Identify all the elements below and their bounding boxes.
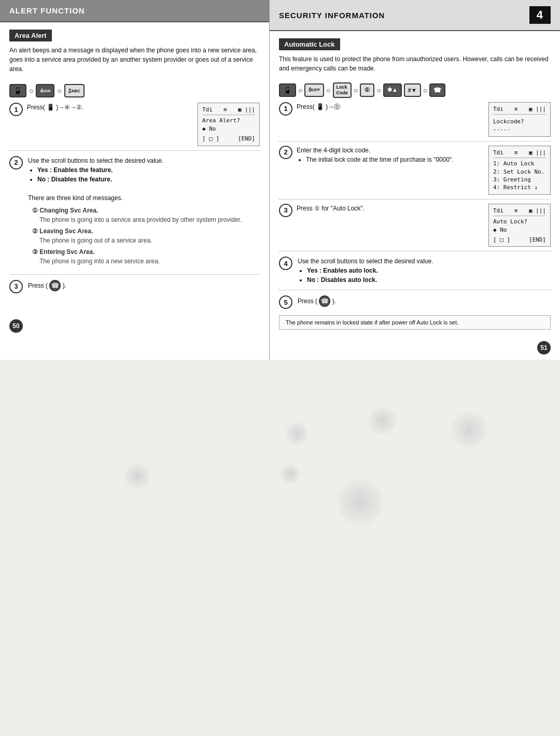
- sec-divider1: [279, 141, 551, 141]
- s2-line1: 1: Auto Lock: [493, 160, 546, 167]
- noise1: [124, 463, 150, 489]
- end-call-icon: ☎: [49, 280, 61, 291]
- s3-line2: ◆ No: [493, 226, 546, 234]
- right-page-num-footer: 51: [537, 341, 551, 355]
- sec-step1-text: Press( 📱 )→⓪: [297, 102, 484, 111]
- left-header: ALERT FUNCTION: [0, 0, 269, 22]
- s2-top-left: Tdi: [493, 149, 503, 157]
- step1-text: Press( 📱 )→④→②.: [27, 103, 193, 112]
- sec-step3-screen: Tdi ≡ ▣ ||| Auto Lock? ◆ No [ □ ] [END]: [488, 204, 551, 247]
- s2-top-right: ▣ |||: [529, 149, 546, 157]
- sec-step3-circle: 3: [279, 204, 292, 217]
- sec-divider2: [279, 199, 551, 200]
- sec-divider3: [279, 251, 551, 251]
- sec-step2-list: The initial lock code at the time of pur…: [306, 155, 484, 164]
- security-key-row: 📱 ○ 0OFF ○ LockCode ○ ① ○ ✱▲ #▼ ○ ☎: [279, 82, 560, 98]
- step1-screen: Tdi ≡ ▣ ||| Area Alert? ◆ No [ □ ] [END]: [198, 103, 260, 146]
- sec-divider4: [279, 290, 551, 290]
- msg1-desc: The phone is going into a service area p…: [39, 215, 264, 224]
- sec-dot2: ○: [326, 86, 330, 94]
- sec-end-call-icon: ☎: [319, 295, 330, 307]
- msg3: ③ Entering Svc Area. The phone is going …: [32, 247, 264, 266]
- step2-list: Yes : Enables the feature. No : Disables…: [37, 165, 264, 184]
- key-4: 4GHI: [36, 84, 54, 97]
- sec-step2-circle: 2: [279, 146, 292, 159]
- messages-intro: There are three kind of messages.: [28, 193, 264, 203]
- sec-step3-text: Press ① for "Auto Lock".: [297, 204, 484, 213]
- area-alert-intro: An alert beeps and a message is displaye…: [0, 46, 269, 79]
- s3-top-right: ▣ |||: [529, 207, 546, 215]
- s2-line2: 2: Set Lock No.: [493, 168, 546, 176]
- step1-left: 1 Press( 📱 )→④→②.: [9, 103, 193, 116]
- noise2: [285, 422, 309, 445]
- message-list: ① Changing Svc Area. The phone is going …: [32, 206, 264, 266]
- step2-text: Use the scroll buttons to select the des…: [28, 157, 163, 164]
- left-section-title: Area Alert: [9, 30, 52, 41]
- s1-line1: Lockcode?: [493, 118, 546, 125]
- sec-step1-circle: 1: [279, 102, 292, 116]
- sec-step5-content: Press ( ☎ ).: [298, 295, 555, 307]
- sec-step4-text: Use the scroll buttons to select the des…: [298, 258, 433, 265]
- sec-step2-note: The initial lock code at the time of pur…: [306, 155, 484, 164]
- screen-btn2: [END]: [238, 135, 255, 143]
- s2-top-mid: ≡: [514, 149, 518, 157]
- msg3-desc: The phone is going into a new service ar…: [39, 257, 264, 266]
- step2-no: No : Disables the feature.: [37, 175, 264, 184]
- divider1: [9, 150, 260, 151]
- msg3-icon: ③ Entering Svc Area.: [32, 248, 95, 256]
- sec-step5: 5 Press ( ☎ ).: [279, 295, 555, 309]
- sec-step4-no: No : Disables auto lock.: [307, 275, 555, 285]
- step3-content: Press ( ☎ ).: [28, 280, 264, 291]
- screen-line2: ◆ No: [202, 125, 255, 133]
- msg1: ① Changing Svc Area. The phone is going …: [32, 206, 264, 224]
- sec-step4-content: Use the scroll buttons to select the des…: [298, 257, 555, 285]
- note-box: The phone remains in locked state if aft…: [279, 315, 551, 330]
- s1-line2: -----: [493, 125, 546, 133]
- sec-dot3: ○: [354, 86, 358, 94]
- sec-step1: 1 Press( 📱 )→⓪ Tdi ≡ ▣ ||| Lockcode? ---…: [279, 102, 551, 137]
- bottom-area: [0, 360, 560, 736]
- screen-line1: Area Alert?: [202, 117, 255, 124]
- step2-content: Use the scroll buttons to select the des…: [28, 156, 264, 269]
- right-panel: SECURITY INFORMATION 4 Automatic Lock Th…: [270, 0, 560, 360]
- left-page-num: 50: [9, 319, 23, 333]
- sec-step2-left: 2 Enter the 4-digit lock code. The initi…: [279, 146, 484, 164]
- sec-dot4: ○: [376, 86, 381, 94]
- sec-key-0: 0OFF: [304, 83, 324, 97]
- key-row-area-alert: 📱 ○ 4GHI ○ 2ABC: [9, 84, 269, 97]
- s1-top-right: ▣ |||: [529, 105, 546, 113]
- noise5: [280, 463, 301, 484]
- sec-step4: 4 Use the scroll buttons to select the d…: [279, 257, 555, 285]
- step2-circle: 2: [9, 156, 23, 169]
- sec-step2-content: Enter the 4-digit lock code. The initial…: [297, 146, 484, 164]
- s1-top-left: Tdi: [493, 105, 503, 113]
- sec-step1-screen: Tdi ≡ ▣ ||| Lockcode? -----: [488, 102, 551, 137]
- noise4: [451, 412, 487, 448]
- right-section-title: Automatic Lock: [279, 38, 340, 50]
- screen-top-right: ▣ |||: [238, 106, 255, 114]
- sec-phone-key: 📱: [279, 83, 296, 97]
- sec-step2: 2 Enter the 4-digit lock code. The initi…: [279, 146, 551, 195]
- phone-key: 📱: [9, 84, 26, 97]
- sec-step3: 3 Press ① for "Auto Lock". Tdi ≡ ▣ ||| A…: [279, 204, 551, 247]
- s3-btn1: [ □ ]: [493, 236, 510, 244]
- auto-lock-intro: This feature is used to protect the phon…: [270, 54, 560, 78]
- sec-step3-left: 3 Press ① for "Auto Lock".: [279, 204, 484, 217]
- step1-area-alert: 1 Press( 📱 )→④→②. Tdi ≡ ▣ ||| Area Alert…: [9, 103, 260, 146]
- sec-lock-code: LockCode: [333, 82, 352, 98]
- s3-line1: Auto Lock?: [493, 218, 546, 225]
- noise3: [368, 406, 397, 435]
- step2-area-alert: 2 Use the scroll buttons to select the d…: [9, 156, 264, 269]
- s2-line3: 3: Greeting: [493, 176, 546, 183]
- msg2-icon: ② Leaving Svc Area.: [32, 228, 93, 235]
- sec-dot5: ○: [423, 86, 427, 94]
- sec-step2-screen: Tdi ≡ ▣ ||| 1: Auto Lock 2: Set Lock No.…: [488, 146, 551, 195]
- sec-step5-circle: 5: [279, 295, 292, 309]
- sec-end-key: ☎: [429, 83, 445, 97]
- key-2: 2ABC: [64, 84, 85, 97]
- step2-yes: Yes : Enables the feature.: [37, 165, 264, 175]
- left-panel: ALERT FUNCTION Area Alert An alert beeps…: [0, 0, 270, 360]
- s1-top-mid: ≡: [514, 105, 518, 113]
- step3-circle: 3: [9, 280, 23, 293]
- dot-sep2: ○: [57, 87, 61, 95]
